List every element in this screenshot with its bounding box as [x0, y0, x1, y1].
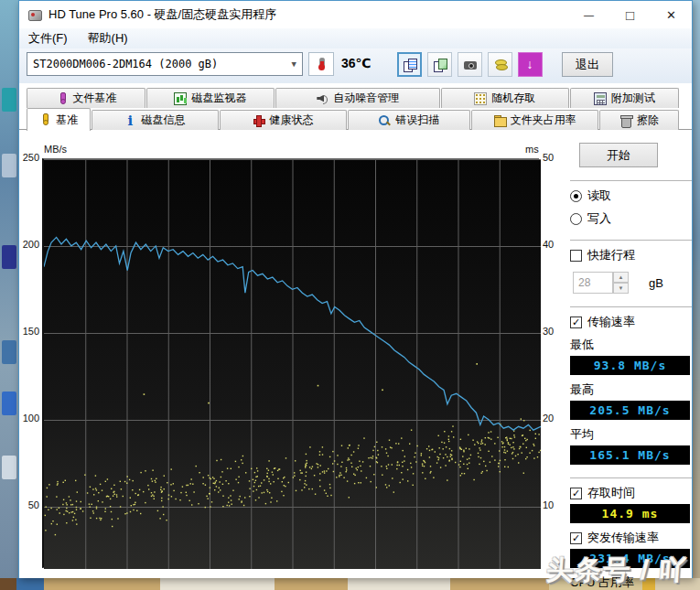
- drive-selector-value: ST2000DM006-2DM164 (2000 gB): [33, 58, 218, 70]
- axis-tick-label: 20: [543, 413, 563, 424]
- temperature-value: 36℃: [341, 56, 372, 70]
- desktop-icon-fragment: [2, 88, 16, 112]
- toolbar: ST2000DM006-2DM164 (2000 gB) ▼ 36℃ 退出: [19, 48, 692, 83]
- window-title: HD Tune Pro 5.60 - 硬盘/固态硬盘实用程序: [48, 6, 276, 23]
- desktop-icon-fragment: [2, 340, 16, 364]
- access-time-display: 14.9 ms: [570, 504, 690, 523]
- desktop-right-strip: [693, 0, 700, 590]
- aam-icon: [316, 92, 328, 105]
- copy-image-icon: [434, 59, 447, 71]
- watermark: 头条号 / 吖有: [543, 552, 700, 590]
- divider: [570, 180, 692, 181]
- tab-benchmark[interactable]: 基准: [27, 108, 91, 131]
- short-stroke-row[interactable]: 快捷行程: [570, 247, 692, 263]
- copy-text-button[interactable]: [397, 52, 422, 77]
- menu-file[interactable]: 文件(F): [28, 30, 68, 47]
- tab-label: 基准: [56, 113, 78, 128]
- close-button[interactable]: [651, 1, 692, 28]
- read-radio-row[interactable]: 读取: [570, 188, 692, 204]
- left-axis-unit: MB/s: [44, 144, 67, 155]
- benchmark-controls: 开始 读取 写入 快捷行程 28 ▲ ▼ gB 传输速率 最低: [570, 138, 692, 590]
- tab-label: 自动噪音管理: [333, 91, 399, 106]
- folder-usage-icon: [493, 114, 506, 127]
- axis-tick-label: 50: [543, 152, 563, 163]
- tab-label: 磁盘监视器: [191, 91, 246, 106]
- transfer-rate-label: 传输速率: [587, 314, 635, 330]
- divider: [570, 306, 692, 307]
- tab-file-benchmark[interactable]: 文件基准: [27, 88, 145, 108]
- access-time-checkbox[interactable]: [570, 488, 582, 499]
- screenshot-camera-button[interactable]: [458, 52, 482, 77]
- transfer-rate-row[interactable]: 传输速率: [570, 314, 692, 330]
- right-axis-unit: ms: [525, 144, 539, 155]
- read-radio[interactable]: [570, 190, 582, 202]
- axis-tick-label: 200: [19, 239, 39, 250]
- spin-up-icon[interactable]: ▲: [613, 272, 629, 283]
- access-time-label: 存取时间: [587, 485, 635, 501]
- tab-health[interactable]: 健康状态: [220, 110, 347, 130]
- tab-disk-monitor[interactable]: 磁盘监视器: [146, 88, 275, 108]
- burst-rate-label: 突发传输速率: [587, 530, 659, 546]
- download-button[interactable]: [518, 52, 543, 77]
- burst-rate-row[interactable]: 突发传输速率: [570, 530, 692, 546]
- short-stroke-value[interactable]: 28: [573, 272, 613, 294]
- minimize-button[interactable]: [568, 1, 609, 28]
- write-radio-row[interactable]: 写入: [570, 210, 692, 227]
- tab-disk-info[interactable]: 磁盘信息: [92, 110, 219, 130]
- burst-rate-checkbox[interactable]: [570, 532, 582, 544]
- save-results-button[interactable]: [488, 52, 512, 77]
- read-radio-label: 读取: [587, 188, 611, 204]
- random-access-icon: [474, 92, 487, 105]
- tab-aam[interactable]: 自动噪音管理: [275, 88, 440, 108]
- screenshot-camera-icon: [464, 59, 477, 71]
- tab-label: 文件夹占用率: [511, 113, 576, 128]
- menu-help[interactable]: 帮助(H): [88, 30, 128, 47]
- tab-label: 健康状态: [270, 113, 314, 128]
- access-time-row[interactable]: 存取时间: [570, 485, 692, 501]
- tab-label: 磁盘信息: [142, 113, 186, 128]
- tab-label: 随机存取: [491, 91, 535, 106]
- desktop-left-strip: [0, 0, 18, 590]
- tab-folder-usage[interactable]: 文件夹占用率: [471, 110, 598, 130]
- min-value-display: 93.8 MB/s: [570, 356, 690, 375]
- tab-label: 附加测试: [611, 91, 655, 106]
- thermometer-icon: [315, 58, 328, 70]
- app-hdd-icon: [28, 8, 41, 21]
- axis-tick-label: 100: [19, 413, 39, 424]
- titlebar: HD Tune Pro 5.60 - 硬盘/固态硬盘实用程序: [19, 1, 692, 28]
- temperature-button[interactable]: [308, 52, 334, 76]
- benchmark-chart: [42, 158, 539, 568]
- tab-erase[interactable]: 擦除: [599, 110, 679, 130]
- tab-label: 擦除: [637, 113, 659, 128]
- menubar: 文件(F) 帮助(H): [19, 28, 692, 48]
- avg-value-display: 165.1 MB/s: [570, 445, 690, 465]
- transfer-rate-checkbox[interactable]: [570, 316, 582, 328]
- tab-random-access[interactable]: 随机存取: [441, 88, 569, 108]
- divider: [570, 477, 692, 478]
- extra-tests-icon: [594, 92, 607, 105]
- drive-selector[interactable]: ST2000DM006-2DM164 (2000 gB) ▼: [27, 52, 303, 76]
- exit-button[interactable]: 退出: [562, 52, 613, 77]
- start-button[interactable]: 开始: [579, 143, 658, 167]
- tab-label: 错误扫描: [395, 113, 439, 128]
- spinner-arrows[interactable]: ▲ ▼: [613, 272, 629, 294]
- axis-tick-label: 250: [19, 152, 39, 163]
- axis-tick-label: 50: [19, 499, 39, 510]
- maximize-button[interactable]: [609, 1, 651, 28]
- chevron-down-icon: ▼: [292, 59, 296, 69]
- write-radio[interactable]: [570, 213, 582, 225]
- tab-extra-tests[interactable]: 附加测试: [570, 88, 679, 108]
- max-value-display: 205.5 MB/s: [570, 401, 690, 420]
- tab-error-scan[interactable]: 错误扫描: [348, 110, 470, 130]
- copy-image-button[interactable]: [427, 52, 452, 77]
- short-stroke-checkbox[interactable]: [570, 250, 582, 262]
- download-icon: [524, 59, 537, 71]
- benchmark-icon: [38, 113, 51, 126]
- disk-monitor-icon: [174, 92, 187, 105]
- axis-tick-label: 30: [543, 326, 563, 337]
- spin-down-icon[interactable]: ▼: [613, 283, 629, 294]
- disk-info-icon: [124, 114, 137, 127]
- short-stroke-unit: gB: [649, 276, 663, 290]
- min-label: 最低: [570, 337, 692, 353]
- error-scan-icon: [378, 114, 391, 127]
